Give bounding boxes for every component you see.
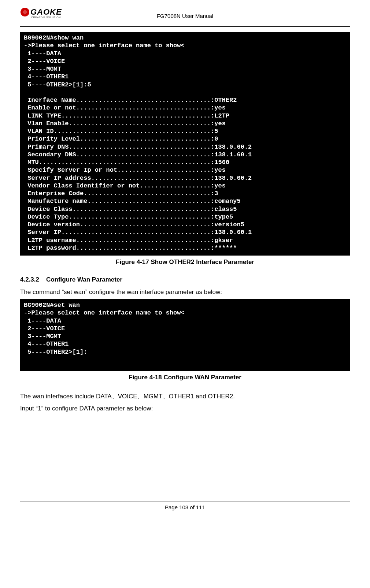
page: GAOKE CREATIVE SOLUTION FG7008N User Man… (0, 0, 370, 525)
section-number: 4.2.3.2 (20, 276, 39, 283)
paragraph-input-1: Input “1” to configure DATA parameter as… (20, 403, 350, 413)
document-title: FG7008N User Manual (157, 13, 213, 19)
section-heading: 4.2.3.2 Configure Wan Parameter (20, 276, 350, 283)
page-number: Page 103 of 111 (165, 504, 205, 510)
page-header: GAOKE CREATIVE SOLUTION FG7008N User Man… (20, 7, 350, 24)
logo-brand-text: GAOKE (30, 7, 62, 17)
terminal-output-set-wan: BG9002N#set wan ->Please select one inte… (20, 299, 350, 371)
figure-caption-4-17: Figure 4-17 Show OTHER2 Interface Parame… (20, 258, 350, 266)
terminal-output-show-wan: BG9002N#show wan ->Please select one int… (20, 32, 350, 256)
figure-caption-4-18: Figure 4-18 Configure WAN Parameter (20, 374, 350, 381)
logo: GAOKE CREATIVE SOLUTION (20, 7, 62, 17)
section-title: Configure Wan Parameter (46, 276, 122, 283)
logo-tagline: CREATIVE SOLUTION (31, 16, 79, 19)
header-divider (20, 26, 350, 27)
logo-icon (20, 7, 30, 17)
page-footer: Page 103 of 111 (20, 502, 350, 510)
intro-paragraph: The command “set wan” configure the wan … (20, 287, 350, 297)
footer-divider (20, 502, 350, 502)
paragraph-interfaces: The wan interfaces include DATA、VOICE、MG… (20, 391, 350, 401)
